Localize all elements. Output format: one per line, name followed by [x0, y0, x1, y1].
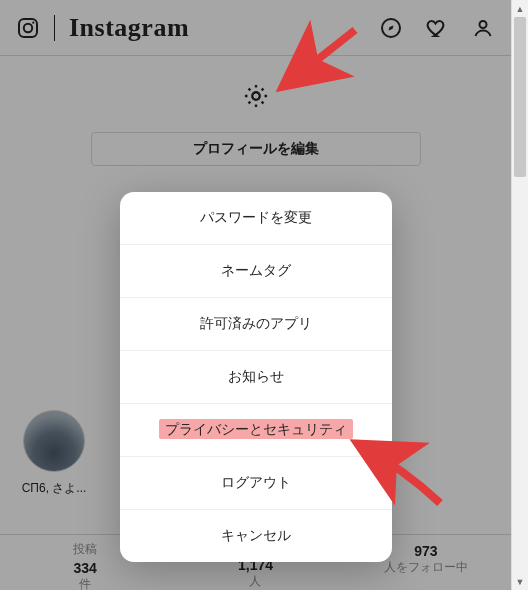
- sheet-option-label: ネームタグ: [221, 262, 291, 278]
- scroll-track[interactable]: [512, 17, 528, 573]
- sheet-option-4[interactable]: プライバシーとセキュリティ: [120, 403, 392, 456]
- sheet-option-1[interactable]: ネームタグ: [120, 244, 392, 297]
- scroll-thumb[interactable]: [514, 17, 526, 177]
- page-viewport: Instagram: [0, 0, 511, 590]
- browser-scrollbar[interactable]: ▲ ▼: [511, 0, 528, 590]
- sheet-option-label: お知らせ: [228, 368, 284, 384]
- sheet-option-3[interactable]: お知らせ: [120, 350, 392, 403]
- sheet-option-label: 許可済みのアプリ: [200, 315, 312, 331]
- sheet-option-5[interactable]: ログアウト: [120, 456, 392, 509]
- scroll-down-button[interactable]: ▼: [512, 573, 528, 590]
- sheet-option-label: プライバシーとセキュリティ: [159, 419, 353, 439]
- sheet-option-label: パスワードを変更: [200, 209, 312, 225]
- sheet-option-label: キャンセル: [221, 527, 291, 543]
- scroll-up-button[interactable]: ▲: [512, 0, 528, 17]
- sheet-option-label: ログアウト: [221, 474, 291, 490]
- sheet-option-2[interactable]: 許可済みのアプリ: [120, 297, 392, 350]
- sheet-option-6[interactable]: キャンセル: [120, 509, 392, 562]
- sheet-option-0[interactable]: パスワードを変更: [120, 192, 392, 244]
- settings-action-sheet: パスワードを変更ネームタグ許可済みのアプリお知らせプライバシーとセキュリティログ…: [120, 192, 392, 562]
